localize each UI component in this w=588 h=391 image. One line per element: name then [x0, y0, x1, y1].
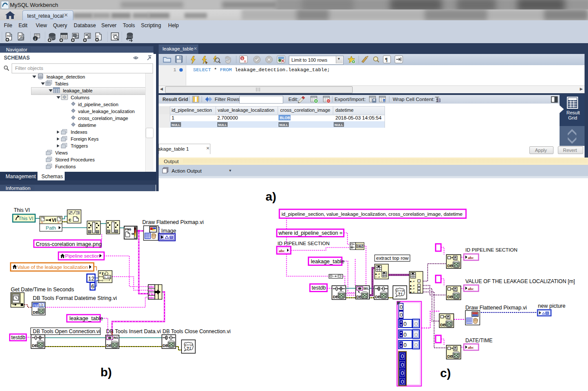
svg-text:Draw Flattened Pixmap.vi: Draw Flattened Pixmap.vi — [142, 219, 203, 225]
svg-text:?!: ?! — [57, 221, 59, 224]
svg-text:Draw Flattened Pixmap.vi: Draw Flattened Pixmap.vi — [466, 305, 527, 311]
svg-text:testdb: testdb — [11, 334, 25, 341]
svg-text:0: 0 — [401, 378, 404, 385]
svg-text:n.nn: n.nn — [104, 276, 111, 279]
svg-text:leakage_table: leakage_table — [311, 259, 344, 265]
svg-text:VALUE OF THE LEAKAGE LOCALIZAT: VALUE OF THE LEAKAGE LOCALIZATION [m] — [466, 278, 575, 284]
svg-text:DBZ: DBZ — [357, 245, 363, 248]
svg-text:0: 0 — [415, 321, 418, 327]
svg-text:abc: abc — [149, 285, 154, 289]
svg-text:id_pipeline_section, value_lea: id_pipeline_section, value_leakage_local… — [281, 211, 463, 217]
svg-text:DB: DB — [163, 343, 169, 348]
svg-text:□.≠: □.≠ — [375, 276, 380, 279]
svg-text:c: c — [69, 218, 72, 223]
svg-text:This VI: This VI — [14, 207, 30, 213]
svg-text:■.≠: ■.≠ — [410, 284, 415, 287]
svg-text:INS: INS — [113, 336, 119, 339]
svg-text:6: 6 — [91, 283, 94, 290]
svg-text:Cross-corelation image.png: Cross-corelation image.png — [36, 241, 102, 247]
svg-text:0: 0 — [400, 312, 403, 318]
svg-text:1 2: 1 2 — [39, 304, 44, 307]
svg-text:S: S — [241, 57, 244, 60]
svg-text:¶: ¶ — [385, 57, 388, 63]
svg-text:abc: abc — [149, 296, 154, 300]
svg-text:Image: Image — [161, 228, 176, 234]
svg-text:■.≠: ■.≠ — [410, 291, 415, 294]
svg-text:Value of the leakage localizat: Value of the leakage localization — [17, 265, 88, 270]
svg-text:abc: abc — [279, 249, 285, 253]
svg-text:Pipeline section: Pipeline section — [65, 253, 100, 259]
svg-text:new picture: new picture — [538, 303, 566, 309]
svg-text:12: 12 — [88, 275, 94, 282]
svg-text:0: 0 — [400, 304, 403, 310]
svg-text:SEL: SEL — [363, 287, 369, 290]
svg-text:ID PIPELINE SECTION: ID PIPELINE SECTION — [466, 247, 518, 252]
svg-text:?!: ?! — [41, 221, 43, 224]
svg-text:where id_pipeline_section =: where id_pipeline_section = — [278, 230, 342, 236]
svg-text:abc: abc — [149, 289, 154, 292]
svg-text:leakage_table: leakage_table — [69, 315, 103, 322]
svg-text:#: # — [99, 271, 101, 275]
svg-text:ID PIPELINE SECTION: ID PIPELINE SECTION — [278, 241, 330, 246]
svg-text:Get Date/Time In Seconds: Get Date/Time In Seconds — [11, 287, 74, 293]
svg-text:0: 0 — [403, 321, 407, 327]
svg-text:This VI: This VI — [19, 216, 33, 221]
svg-text:■.≠: ■.≠ — [375, 273, 380, 276]
svg-text:0: 0 — [401, 370, 404, 376]
svg-text:■.≠: ■.≠ — [410, 287, 415, 290]
svg-text:PNG: PNG — [125, 227, 131, 231]
svg-text:testdb: testdb — [312, 285, 326, 291]
svg-text:DB Tools Open Connection.vi: DB Tools Open Connection.vi — [33, 328, 100, 334]
svg-text:0: 0 — [401, 362, 404, 368]
svg-text:DB Tools Format Datetime Strin: DB Tools Format Datetime String.vi — [33, 295, 117, 301]
svg-text:DB: DB — [33, 310, 38, 315]
svg-text:Path: Path — [46, 225, 56, 230]
svg-text:extract top row: extract top row — [376, 255, 409, 261]
svg-text:VI: VI — [52, 218, 56, 223]
svg-text:DB Tools Insert Data.vi: DB Tools Insert Data.vi — [106, 328, 161, 334]
svg-text:SQL: SQL — [7, 35, 12, 37]
svg-text:DB Tools Close Connection.vi: DB Tools Close Connection.vi — [163, 328, 231, 334]
svg-text:0: 0 — [401, 353, 404, 359]
svg-text:SQL: SQL — [19, 35, 24, 37]
svg-text:■.≠: ■.≠ — [410, 280, 415, 283]
svg-text:A: A — [438, 99, 440, 102]
svg-text:FEB: FEB — [34, 304, 39, 307]
svg-text:DATE/TIME: DATE/TIME — [466, 337, 493, 344]
